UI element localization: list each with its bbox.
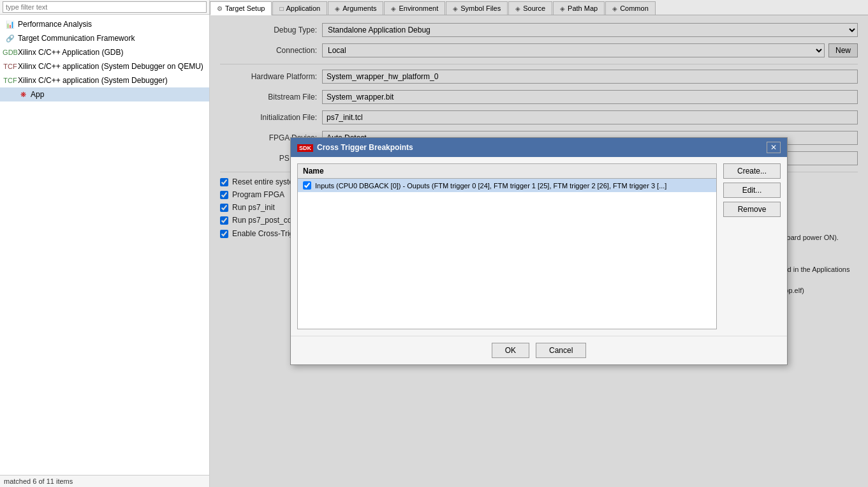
- tab-arguments[interactable]: ◈Arguments: [328, 1, 383, 15]
- tab-target-setup[interactable]: ⚙Target Setup: [210, 1, 272, 15]
- tab-icon: ◈: [515, 5, 520, 12]
- right-panel: ⚙Target Setup□Application◈Arguments◈Envi…: [210, 0, 868, 487]
- perf-icon: 📊: [5, 19, 15, 29]
- tab-icon: ◈: [453, 5, 458, 12]
- tab-icon: □: [279, 5, 283, 12]
- table-row[interactable]: Inputs (CPU0 DBGACK [0]) - Ouputs (FTM t…: [298, 179, 716, 192]
- tab-icon: ◈: [335, 5, 340, 12]
- content-area: Debug Type: Standalone Application Debug…: [210, 15, 868, 487]
- gdb-icon: GDB: [5, 47, 15, 57]
- dialog-create--button[interactable]: Create...: [723, 163, 781, 179]
- filter-bar: [0, 0, 209, 15]
- tree-item[interactable]: TCFXilinx C/C++ application (System Debu…: [0, 59, 209, 73]
- tab-path-map[interactable]: ◈Path Map: [553, 1, 605, 15]
- tree-item-label: Performance Analysis: [18, 20, 92, 29]
- dialog-titlebar: SDK Cross Trigger Breakpoints ✕: [291, 138, 787, 157]
- tab-icon: ◈: [560, 5, 565, 12]
- sys-icon: TCF: [5, 75, 15, 86]
- table-row-text: Inputs (CPU0 DBGACK [0]) - Ouputs (FTM t…: [315, 182, 666, 190]
- tree-item[interactable]: 📊Performance Analysis: [0, 17, 209, 31]
- qemu-icon: TCF: [5, 61, 15, 71]
- dialog-body: Name Inputs (CPU0 DBGACK [0]) - Ouputs (…: [291, 157, 787, 336]
- tree-item[interactable]: GDBXilinx C/C++ Application (GDB): [0, 45, 209, 59]
- tab-bar: ⚙Target Setup□Application◈Arguments◈Envi…: [210, 0, 868, 15]
- dialog-title-icon: SDK: [297, 144, 313, 151]
- tree-item[interactable]: ❋App: [0, 87, 209, 101]
- dialog-table: Name Inputs (CPU0 DBGACK [0]) - Ouputs (…: [297, 163, 717, 329]
- tree-item-label: Xilinx C/C++ Application (GDB): [18, 48, 123, 57]
- tab-common[interactable]: ◈Common: [605, 1, 656, 15]
- cross-trigger-dialog: SDK Cross Trigger Breakpoints ✕ Name Inp…: [290, 137, 788, 365]
- dialog-action-buttons: Create...Edit...Remove: [723, 163, 781, 329]
- dialog-footer: OK Cancel: [291, 336, 787, 364]
- table-row-checkbox[interactable]: [303, 181, 311, 190]
- tab-icon: ◈: [391, 5, 396, 12]
- dialog-cancel-button[interactable]: Cancel: [536, 343, 586, 358]
- tab-icon: ⚙: [217, 5, 223, 12]
- status-bar: matched 6 of 11 items: [0, 475, 209, 487]
- tree-item[interactable]: TCFXilinx C/C++ application (System Debu…: [0, 73, 209, 87]
- dialog-close-button[interactable]: ✕: [767, 142, 781, 153]
- left-panel: 📊Performance Analysis🔗Target Communicati…: [0, 0, 210, 487]
- tree-item-label: Xilinx C/C++ application (System Debugge…: [18, 62, 203, 71]
- filter-input[interactable]: [3, 1, 207, 13]
- dialog-ok-button[interactable]: OK: [492, 343, 529, 358]
- target-icon: 🔗: [5, 33, 15, 43]
- tree-item[interactable]: 🔗Target Communication Framework: [0, 31, 209, 45]
- tree-item-label: App: [31, 90, 44, 99]
- tab-environment[interactable]: ◈Environment: [384, 1, 445, 15]
- dialog-edit--button[interactable]: Edit...: [723, 183, 781, 198]
- dialog-overlay: SDK Cross Trigger Breakpoints ✕ Name Inp…: [210, 15, 868, 487]
- tab-application[interactable]: □Application: [272, 1, 327, 15]
- tab-source[interactable]: ◈Source: [508, 1, 552, 15]
- tab-symbol-files[interactable]: ◈Symbol Files: [446, 1, 508, 15]
- dialog-remove-button[interactable]: Remove: [723, 202, 781, 217]
- dialog-title-text: Cross Trigger Breakpoints: [317, 143, 413, 152]
- tree-item-label: Xilinx C/C++ application (System Debugge…: [18, 76, 168, 85]
- tree-area: 📊Performance Analysis🔗Target Communicati…: [0, 15, 209, 475]
- tab-icon: ◈: [612, 5, 617, 12]
- app-icon: ❋: [18, 89, 28, 100]
- table-header: Name: [298, 164, 716, 179]
- tree-item-label: Target Communication Framework: [18, 34, 135, 43]
